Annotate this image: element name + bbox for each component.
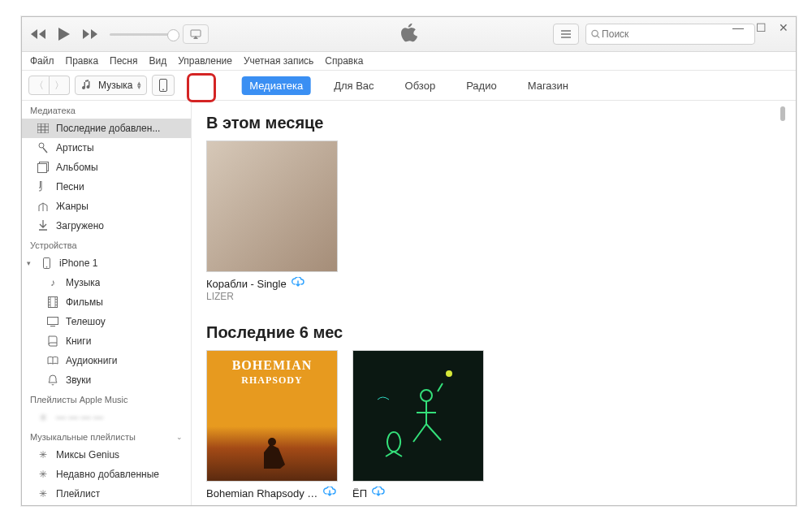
sidebar-playlist-genius[interactable]: ✳Миксы Genius — [22, 445, 191, 465]
section-title-last-6-months: Последние 6 мес — [206, 323, 781, 342]
tabs: Медиатека Для Вас Обзор Радио Магазин — [241, 76, 577, 95]
svg-point-6 — [39, 143, 44, 148]
genre-icon — [37, 200, 50, 213]
cloud-download-icon[interactable] — [292, 277, 304, 291]
phone-icon — [159, 79, 167, 92]
sidebar-device[interactable]: ▾ iPhone 1 — [22, 253, 191, 273]
close-button[interactable]: ✕ — [776, 21, 791, 34]
sidebar-item-label: Альбомы — [56, 162, 98, 173]
tab-radio[interactable]: Радио — [458, 76, 505, 95]
svg-point-1 — [592, 30, 598, 36]
gear-icon: ✳ — [37, 468, 50, 481]
album-title: ЁП — [352, 487, 367, 500]
nav-fwd-button[interactable]: 〉 — [50, 76, 70, 95]
next-button[interactable] — [82, 28, 98, 40]
menu-file[interactable]: Файл — [30, 55, 54, 67]
album-card[interactable]: BOHEMIANRHAPSODY Bohemian Rhapsody (... — [206, 350, 336, 500]
svg-rect-0 — [191, 30, 201, 37]
grid-icon — [37, 122, 50, 135]
main-content: В этом месяце Корабли - Single LIZER Пос… — [192, 101, 796, 505]
category-label: Музыка — [98, 80, 132, 91]
airplay-button[interactable] — [183, 24, 209, 44]
play-button[interactable] — [58, 27, 71, 41]
svg-point-17 — [421, 390, 432, 401]
sidebar-device-audiobooks[interactable]: Аудиокниги — [22, 351, 191, 370]
sidebar-item-genres[interactable]: Жанры — [22, 197, 191, 216]
sidebar-item-songs[interactable]: Песни — [22, 177, 191, 197]
tab-store[interactable]: Магазин — [520, 76, 577, 95]
sidebar-item-label: Аудиокниги — [66, 355, 118, 366]
cloud-download-icon[interactable] — [323, 487, 336, 500]
svg-line-7 — [43, 148, 47, 153]
audiobook-icon — [46, 354, 59, 367]
sidebar-playlist-recent[interactable]: ✳Недавно добавленные — [22, 465, 191, 484]
sidebar-item-label: Плейлист — [56, 488, 100, 500]
sidebar-playlist-soundtrack[interactable]: ✳Soundtrack — [22, 504, 191, 505]
sidebar-item-label: Книги — [66, 335, 91, 347]
cloud-download-icon[interactable] — [372, 487, 385, 500]
sidebar-item-label: Фильмы — [66, 296, 103, 308]
toolbar: 〈 〉 Музыка ▴▾ Медиатека Для Вас Обзор Ра… — [22, 71, 796, 101]
sidebar-item-label: Телешоу — [66, 316, 106, 327]
album-card[interactable]: ЁП — [352, 350, 482, 500]
device-button[interactable] — [152, 75, 175, 96]
sidebar-item-label: Недавно добавленные — [56, 469, 159, 480]
sidebar-header-apple-playlists: Плейлисты Apple Music — [22, 390, 191, 408]
album-cover — [352, 350, 484, 482]
sidebar-device-tv[interactable]: Телешоу — [22, 312, 191, 331]
svg-rect-14 — [48, 318, 58, 325]
tab-browse[interactable]: Обзор — [397, 76, 444, 95]
sidebar-apple-playlist[interactable]: ≡— — — — — [22, 408, 191, 427]
apple-logo-icon — [401, 24, 417, 45]
sidebar-item-label: iPhone 1 — [59, 257, 97, 269]
sidebar-device-music[interactable]: ♪Музыка — [22, 273, 191, 292]
tab-library[interactable]: Медиатека — [241, 76, 311, 95]
category-selector[interactable]: Музыка ▴▾ — [75, 76, 147, 95]
disclosure-triangle-icon[interactable]: ▾ — [27, 259, 33, 267]
section-title-this-month: В этом месяце — [206, 114, 781, 132]
svg-point-12 — [45, 266, 47, 268]
search-field[interactable] — [585, 24, 755, 45]
album-title: Корабли - Single — [206, 278, 287, 290]
album-card[interactable]: Корабли - Single LIZER — [206, 141, 336, 302]
maximize-button[interactable]: ☐ — [754, 21, 768, 34]
sidebar-device-tones[interactable]: Звуки — [22, 370, 191, 390]
menu-song[interactable]: Песня — [110, 55, 137, 67]
sidebar-device-books[interactable]: Книги — [22, 331, 191, 351]
sidebar-item-label: — — — — — [56, 412, 103, 423]
scrollbar-thumb[interactable] — [780, 106, 785, 121]
tv-icon — [46, 315, 59, 328]
phone-icon — [40, 257, 53, 270]
sidebar-item-label: Загружено — [56, 220, 104, 231]
prev-button[interactable] — [30, 28, 46, 40]
menu-view[interactable]: Вид — [149, 55, 167, 67]
list-view-button[interactable] — [553, 24, 579, 45]
music-note-icon — [80, 79, 93, 92]
sidebar: Медиатека Последние добавлен... Артисты … — [22, 101, 192, 505]
sidebar-playlist[interactable]: ✳Плейлист — [22, 484, 191, 504]
volume-slider[interactable] — [110, 33, 175, 36]
sidebar-item-label: Последние добавлен... — [56, 123, 160, 134]
search-input[interactable] — [600, 28, 749, 41]
menu-account[interactable]: Учетная запись — [244, 55, 313, 67]
sidebar-item-label: Миксы Genius — [56, 449, 119, 461]
minimize-button[interactable]: — — [731, 21, 745, 34]
chevron-down-icon[interactable]: ⌄ — [176, 433, 183, 441]
playlist-icon: ≡ — [37, 411, 50, 424]
sidebar-item-recently-added[interactable]: Последние добавлен... — [22, 119, 191, 138]
menu-controls[interactable]: Управление — [178, 55, 232, 67]
album-cover: BOHEMIANRHAPSODY — [206, 350, 338, 482]
menu-edit[interactable]: Правка — [66, 55, 99, 67]
sidebar-item-albums[interactable]: Альбомы — [22, 158, 191, 177]
chevron-updown-icon: ▴▾ — [137, 81, 141, 89]
album-cover — [206, 141, 338, 272]
book-icon — [46, 335, 59, 348]
svg-rect-9 — [38, 164, 47, 173]
sidebar-device-movies[interactable]: Фильмы — [22, 292, 191, 312]
tab-for-you[interactable]: Для Вас — [326, 76, 382, 95]
sidebar-item-artists[interactable]: Артисты — [22, 138, 191, 158]
sidebar-item-downloaded[interactable]: Загружено — [22, 216, 191, 236]
note-icon — [37, 180, 50, 193]
menu-help[interactable]: Справка — [325, 55, 363, 67]
nav-back-button[interactable]: 〈 — [28, 76, 50, 95]
